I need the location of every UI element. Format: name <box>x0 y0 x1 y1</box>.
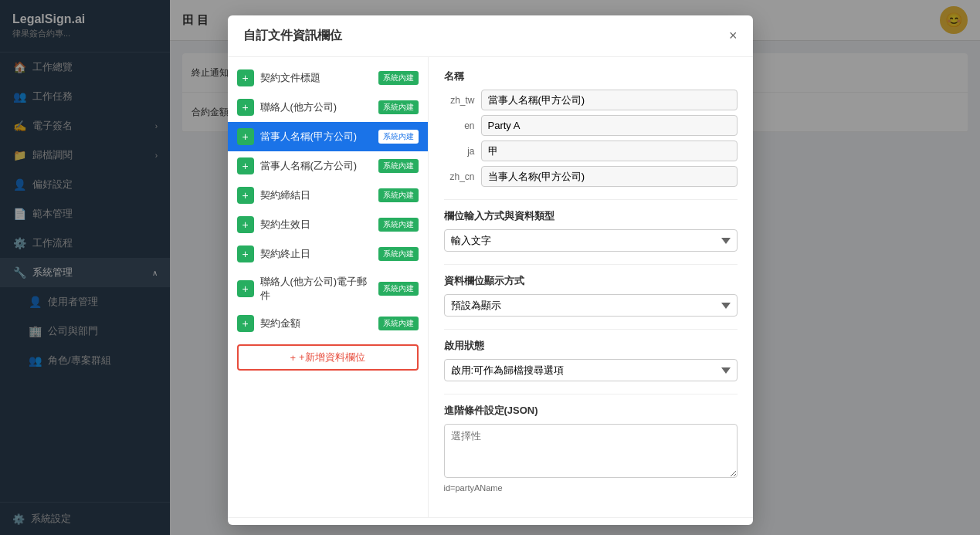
lang-code-ja: ja <box>444 146 475 157</box>
add-icon-amount: + <box>237 315 254 332</box>
modal-body: + 契約文件標題 系統內建 + 聯絡人(他方公司) 系統內建 + 當事人名稱(甲… <box>228 57 753 517</box>
add-icon-end-date: + <box>237 245 254 262</box>
add-icon-contact-email: + <box>237 280 254 297</box>
input-type-section: 欄位輸入方式與資料類型 輸入文字 <box>444 199 738 252</box>
field-name-contact-other: 聯絡人(他方公司) <box>260 100 372 114</box>
lang-row-en: en <box>444 115 738 136</box>
field-name-contact-email: 聯絡人(他方公司)電子郵件 <box>260 275 372 303</box>
modal-header: 自訂文件資訊欄位 × <box>228 15 753 57</box>
lang-code-zh-cn: zh_cn <box>444 171 475 182</box>
field-item-amount[interactable]: + 契約金額 系統內建 <box>228 309 428 338</box>
lang-row-zh-cn: zh_cn <box>444 166 738 187</box>
display-section: 資料欄位顯示方式 預設為顯示 <box>444 264 738 317</box>
lang-row-zh-tw: zh_tw <box>444 90 738 110</box>
lang-code-en: en <box>444 120 475 131</box>
field-name-party-b: 當事人名稱(乙方公司) <box>260 159 372 173</box>
display-title: 資料欄位顯示方式 <box>444 264 738 288</box>
modal-title: 自訂文件資訊欄位 <box>243 28 342 44</box>
status-section: 啟用狀態 啟用:可作為歸檔搜尋選項 <box>444 329 738 381</box>
field-tag-party-b: 系統內建 <box>378 159 419 173</box>
field-tag-contact-other: 系統內建 <box>378 100 419 114</box>
modal-overlay[interactable]: 自訂文件資訊欄位 × + 契約文件標題 系統內建 + 聯絡人(他方公司) 系統內… <box>0 0 980 535</box>
field-name-contract-title: 契約文件標題 <box>260 71 372 85</box>
name-section-title: 名稱 <box>444 69 738 83</box>
add-field-button[interactable]: + +新增資料欄位 <box>237 344 419 371</box>
add-icon-contact-other: + <box>237 99 254 116</box>
field-name-sign-date: 契約締結日 <box>260 188 372 202</box>
lang-input-zh-tw[interactable] <box>481 90 738 110</box>
lang-input-en[interactable] <box>481 115 738 136</box>
input-type-select[interactable]: 輸入文字 <box>444 229 738 252</box>
add-icon-effective-date: + <box>237 216 254 233</box>
status-title: 啟用狀態 <box>444 329 738 353</box>
add-field-label: +新增資料欄位 <box>299 350 365 364</box>
field-item-contract-title[interactable]: + 契約文件標題 系統內建 <box>228 63 428 93</box>
modal-footer: 確認 取消 <box>228 517 753 525</box>
field-item-end-date[interactable]: + 契約終止日 系統內建 <box>228 239 428 269</box>
field-name-party-a: 當事人名稱(甲方公司) <box>260 130 372 144</box>
field-item-sign-date[interactable]: + 契約締結日 系統內建 <box>228 181 428 210</box>
field-list: + 契約文件標題 系統內建 + 聯絡人(他方公司) 系統內建 + 當事人名稱(甲… <box>228 57 429 517</box>
field-tag-sign-date: 系統內建 <box>378 188 419 202</box>
modal-dialog: 自訂文件資訊欄位 × + 契約文件標題 系統內建 + 聯絡人(他方公司) 系統內… <box>228 15 753 525</box>
advanced-textarea[interactable] <box>444 424 738 478</box>
status-select[interactable]: 啟用:可作為歸檔搜尋選項 <box>444 359 738 381</box>
add-icon-sign-date: + <box>237 187 254 204</box>
add-icon-contract-title: + <box>237 69 254 86</box>
name-section: 名稱 zh_tw en ja zh_cn <box>444 69 738 187</box>
field-name-amount: 契約金額 <box>260 317 372 330</box>
field-item-effective-date[interactable]: + 契約生效日 系統內建 <box>228 210 428 239</box>
advanced-title: 進階條件設定(JSON) <box>444 394 738 418</box>
field-tag-end-date: 系統內建 <box>378 247 419 261</box>
field-tag-contact-email: 系統內建 <box>378 282 419 296</box>
field-tag-party-a: 系統內建 <box>378 130 419 144</box>
input-type-title: 欄位輸入方式與資料類型 <box>444 199 738 223</box>
lang-row-ja: ja <box>444 141 738 161</box>
lang-input-ja[interactable] <box>481 141 738 161</box>
field-detail: 名稱 zh_tw en ja zh_cn <box>429 57 753 517</box>
field-tag-effective-date: 系統內建 <box>378 218 419 232</box>
display-select[interactable]: 預設為顯示 <box>444 294 738 317</box>
field-name-end-date: 契約終止日 <box>260 247 372 261</box>
id-hint: id=partyAName <box>444 483 738 493</box>
field-item-contact-other[interactable]: + 聯絡人(他方公司) 系統內建 <box>228 93 428 122</box>
modal-close-button[interactable]: × <box>729 28 738 44</box>
field-tag-amount: 系統內建 <box>378 317 419 330</box>
field-item-party-b[interactable]: + 當事人名稱(乙方公司) 系統內建 <box>228 151 428 181</box>
field-item-party-a[interactable]: + 當事人名稱(甲方公司) 系統內建 <box>228 122 428 151</box>
add-field-plus-icon: + <box>290 352 296 364</box>
advanced-section: 進階條件設定(JSON) id=partyAName <box>444 394 738 493</box>
lang-code-zh-tw: zh_tw <box>444 95 475 106</box>
add-icon-party-a: + <box>237 128 254 145</box>
field-tag-contract-title: 系統內建 <box>378 71 419 85</box>
add-icon-party-b: + <box>237 157 254 174</box>
field-name-effective-date: 契約生效日 <box>260 218 372 232</box>
field-item-contact-email[interactable]: + 聯絡人(他方公司)電子郵件 系統內建 <box>228 269 428 309</box>
lang-input-zh-cn[interactable] <box>481 166 738 187</box>
